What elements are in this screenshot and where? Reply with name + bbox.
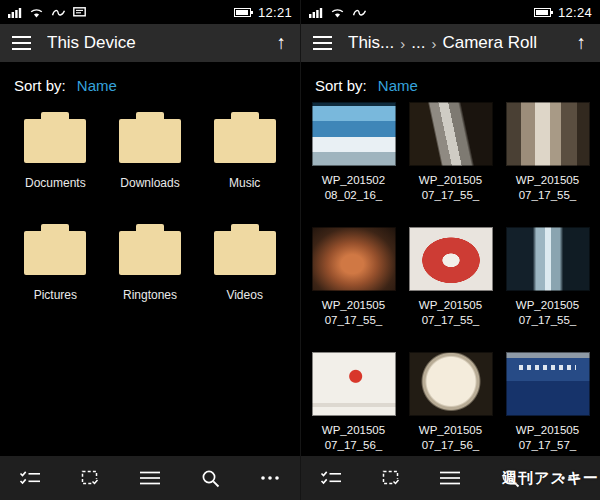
folder-icon (24, 231, 86, 275)
folder-icon (119, 231, 181, 275)
dual-screenshot-stage: 12:21 This Device ↑ Sort by: Name Docume… (0, 0, 600, 500)
photo-filename: WP_20150507_17_57_ (516, 423, 579, 453)
up-directory-button[interactable]: ↑ (575, 32, 589, 54)
folder-grid: Documents Downloads Music Pictures Ringt… (0, 98, 300, 308)
photo-thumbnail (409, 227, 493, 291)
photo-grid: WP_20150208_02_16_ WP_20150507_17_55_ WP… (301, 98, 600, 457)
select-icon[interactable] (70, 458, 110, 498)
photo-filename: WP_20150208_02_16_ (322, 173, 385, 203)
folder-tile-videos[interactable]: Videos (197, 216, 292, 302)
photo-thumbnail (409, 102, 493, 166)
hamburger-menu-icon[interactable] (313, 36, 332, 50)
battery-icon (534, 8, 551, 17)
photo-tile[interactable]: WP_20150507_17_55_ (499, 227, 596, 328)
left-phone-screen: 12:21 This Device ↑ Sort by: Name Docume… (0, 0, 300, 500)
vibrate-icon (352, 7, 367, 18)
photo-thumbnail (506, 227, 590, 291)
folder-label: Downloads (120, 176, 179, 190)
breadcrumb-current: Camera Roll (442, 33, 536, 53)
photo-tile[interactable]: WP_20150507_17_56_ (305, 352, 402, 453)
sort-label: Sort by: (14, 77, 66, 94)
message-icon (73, 7, 86, 18)
wifi-icon (330, 7, 345, 18)
photo-tile[interactable]: WP_20150507_17_55_ (305, 227, 402, 328)
folder-tile-documents[interactable]: Documents (8, 104, 103, 190)
right-phone-screen: 12:24 This... › ... › Camera Roll ↑ Sort… (300, 0, 600, 500)
chevron-right-icon: › (400, 35, 405, 52)
sort-row: Sort by: Name (0, 62, 300, 98)
magazine-watermark: 週刊アスキー (502, 469, 599, 488)
folder-label: Ringtones (123, 288, 177, 302)
search-icon[interactable] (190, 458, 230, 498)
photo-filename: WP_20150507_17_55_ (419, 298, 482, 328)
folder-tile-downloads[interactable]: Downloads (103, 104, 198, 190)
sort-value-dropdown[interactable]: Name (378, 77, 418, 94)
status-clock: 12:21 (258, 5, 292, 20)
photo-filename: WP_20150507_17_56_ (419, 423, 482, 453)
photo-thumbnail (506, 102, 590, 166)
folder-label: Pictures (34, 288, 77, 302)
command-bar (0, 456, 300, 500)
photo-tile[interactable]: WP_20150208_02_16_ (305, 102, 402, 203)
photo-thumbnail (312, 102, 396, 166)
breadcrumb: This... › ... › Camera Roll (348, 33, 575, 53)
battery-icon (234, 8, 251, 17)
folder-tile-pictures[interactable]: Pictures (8, 216, 103, 302)
page-title: This Device (47, 33, 136, 53)
signal-icon (8, 7, 22, 18)
folder-icon (119, 119, 181, 163)
photo-thumbnail (312, 352, 396, 416)
photo-filename: WP_20150507_17_55_ (322, 298, 385, 328)
up-directory-button[interactable]: ↑ (275, 32, 289, 54)
photo-tile[interactable]: WP_20150507_17_55_ (402, 227, 499, 328)
folder-icon (214, 119, 276, 163)
more-icon[interactable] (250, 458, 290, 498)
multiselect-list-icon[interactable] (311, 458, 351, 498)
folder-icon (214, 231, 276, 275)
sort-row: Sort by: Name (301, 62, 600, 98)
photo-thumbnail (409, 352, 493, 416)
folder-label: Music (229, 176, 260, 190)
photo-thumbnail (506, 352, 590, 416)
photo-filename: WP_20150507_17_55_ (419, 173, 482, 203)
hamburger-menu-icon[interactable] (12, 36, 31, 50)
folder-label: Videos (226, 288, 262, 302)
photo-thumbnail (312, 227, 396, 291)
signal-icon (309, 7, 323, 18)
status-bar: 12:24 (301, 0, 600, 24)
breadcrumb-root[interactable]: This... (348, 33, 394, 53)
breadcrumb-middle[interactable]: ... (411, 33, 425, 53)
sort-value-dropdown[interactable]: Name (77, 77, 117, 94)
list-view-icon[interactable] (130, 458, 170, 498)
photo-tile[interactable]: WP_20150507_17_55_ (499, 102, 596, 203)
command-bar: 週刊アスキー (301, 456, 600, 500)
app-title-bar: This Device ↑ (0, 24, 300, 62)
folder-tile-music[interactable]: Music (197, 104, 292, 190)
photo-filename: WP_20150507_17_56_ (322, 423, 385, 453)
vibrate-icon (51, 7, 66, 18)
folder-icon (24, 119, 86, 163)
photo-filename: WP_20150507_17_55_ (516, 173, 579, 203)
wifi-icon (29, 7, 44, 18)
sort-label: Sort by: (315, 77, 367, 94)
select-icon[interactable] (371, 458, 411, 498)
status-clock: 12:24 (558, 5, 592, 20)
folder-tile-ringtones[interactable]: Ringtones (103, 216, 198, 302)
status-bar: 12:21 (0, 0, 300, 24)
photo-tile[interactable]: WP_20150507_17_57_ (499, 352, 596, 453)
photo-filename: WP_20150507_17_55_ (516, 298, 579, 328)
photo-tile[interactable]: WP_20150507_17_56_ (402, 352, 499, 453)
chevron-right-icon: › (431, 35, 436, 52)
multiselect-list-icon[interactable] (10, 458, 50, 498)
app-title-bar: This... › ... › Camera Roll ↑ (301, 24, 600, 62)
photo-tile[interactable]: WP_20150507_17_55_ (402, 102, 499, 203)
list-view-icon[interactable] (430, 458, 470, 498)
folder-label: Documents (25, 176, 86, 190)
